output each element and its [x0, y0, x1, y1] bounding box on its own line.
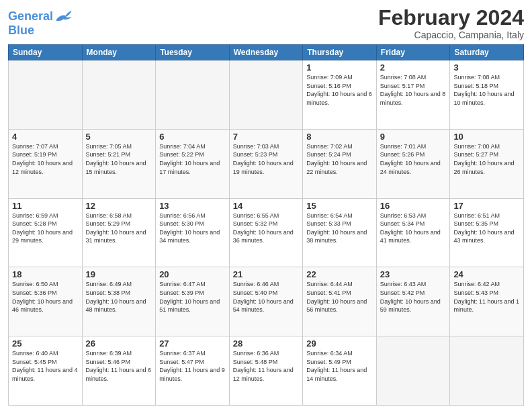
day-number: 8 — [306, 132, 373, 142]
day-number: 12 — [86, 201, 152, 211]
header-saturday: Saturday — [450, 45, 524, 60]
day-number: 17 — [453, 201, 520, 211]
calendar-cell: 10Sunrise: 7:00 AM Sunset: 5:27 PM Dayli… — [450, 129, 524, 198]
day-number: 7 — [233, 132, 300, 142]
day-number: 5 — [86, 132, 152, 142]
day-info: Sunrise: 6:53 AM Sunset: 5:34 PM Dayligh… — [380, 212, 447, 245]
day-number: 4 — [12, 132, 79, 142]
day-number: 3 — [453, 62, 520, 73]
logo: General Blue — [8, 9, 73, 38]
day-number: 2 — [380, 62, 447, 73]
day-info: Sunrise: 6:37 AM Sunset: 5:47 PM Dayligh… — [159, 349, 226, 383]
month-title: February 2024 — [378, 7, 524, 28]
day-number: 25 — [12, 338, 79, 349]
day-number: 18 — [12, 269, 79, 279]
day-info: Sunrise: 6:47 AM Sunset: 5:39 PM Dayligh… — [159, 280, 226, 314]
calendar-cell: 2Sunrise: 7:08 AM Sunset: 5:17 PM Daylig… — [376, 60, 450, 130]
day-info: Sunrise: 6:59 AM Sunset: 5:28 PM Dayligh… — [12, 212, 79, 245]
calendar-cell: 4Sunrise: 7:07 AM Sunset: 5:19 PM Daylig… — [9, 129, 83, 198]
calendar-cell: 15Sunrise: 6:54 AM Sunset: 5:33 PM Dayli… — [303, 198, 377, 267]
week-row-5: 25Sunrise: 6:40 AM Sunset: 5:45 PM Dayli… — [9, 336, 524, 406]
day-number: 10 — [453, 132, 520, 142]
calendar-table: Sunday Monday Tuesday Wednesday Thursday… — [8, 44, 524, 406]
calendar-cell — [229, 60, 303, 130]
logo-text-line1: General — [8, 10, 53, 24]
day-number: 29 — [306, 338, 373, 349]
day-info: Sunrise: 6:42 AM Sunset: 5:43 PM Dayligh… — [453, 280, 520, 314]
calendar-cell: 24Sunrise: 6:42 AM Sunset: 5:43 PM Dayli… — [450, 267, 524, 336]
day-number: 22 — [306, 269, 373, 279]
header-friday: Friday — [376, 45, 450, 60]
day-number: 1 — [306, 62, 373, 73]
calendar-cell: 12Sunrise: 6:58 AM Sunset: 5:29 PM Dayli… — [82, 198, 156, 267]
calendar-cell: 3Sunrise: 7:08 AM Sunset: 5:18 PM Daylig… — [450, 60, 524, 130]
day-info: Sunrise: 7:02 AM Sunset: 5:24 PM Dayligh… — [306, 142, 373, 176]
calendar-cell: 17Sunrise: 6:51 AM Sunset: 5:35 PM Dayli… — [450, 198, 524, 267]
day-number: 13 — [159, 201, 226, 211]
day-number: 23 — [380, 269, 447, 279]
day-info: Sunrise: 6:58 AM Sunset: 5:29 PM Dayligh… — [86, 212, 152, 245]
day-number: 9 — [380, 132, 447, 142]
calendar-cell: 26Sunrise: 6:39 AM Sunset: 5:46 PM Dayli… — [82, 336, 156, 406]
calendar-cell: 7Sunrise: 7:03 AM Sunset: 5:23 PM Daylig… — [229, 129, 303, 198]
day-info: Sunrise: 6:44 AM Sunset: 5:41 PM Dayligh… — [306, 280, 373, 314]
day-info: Sunrise: 6:36 AM Sunset: 5:48 PM Dayligh… — [233, 349, 300, 383]
calendar-cell: 5Sunrise: 7:05 AM Sunset: 5:21 PM Daylig… — [82, 129, 156, 198]
calendar-cell: 16Sunrise: 6:53 AM Sunset: 5:34 PM Dayli… — [376, 198, 450, 267]
day-info: Sunrise: 7:05 AM Sunset: 5:21 PM Dayligh… — [86, 142, 152, 176]
header-tuesday: Tuesday — [156, 45, 230, 60]
day-number: 19 — [86, 269, 152, 279]
day-number: 21 — [233, 269, 300, 279]
day-info: Sunrise: 6:54 AM Sunset: 5:33 PM Dayligh… — [306, 212, 373, 245]
calendar-cell: 29Sunrise: 6:34 AM Sunset: 5:49 PM Dayli… — [303, 336, 377, 406]
day-number: 15 — [306, 201, 373, 211]
location-subtitle: Capaccio, Campania, Italy — [378, 30, 524, 40]
day-number: 28 — [233, 338, 300, 349]
header-monday: Monday — [82, 45, 156, 60]
calendar-header-row: Sunday Monday Tuesday Wednesday Thursday… — [9, 45, 524, 60]
day-info: Sunrise: 7:00 AM Sunset: 5:27 PM Dayligh… — [453, 142, 520, 176]
day-info: Sunrise: 6:56 AM Sunset: 5:30 PM Dayligh… — [159, 212, 226, 245]
calendar-cell — [82, 60, 156, 130]
header-sunday: Sunday — [9, 45, 83, 60]
calendar-cell: 8Sunrise: 7:02 AM Sunset: 5:24 PM Daylig… — [303, 129, 377, 198]
calendar-cell: 18Sunrise: 6:50 AM Sunset: 5:36 PM Dayli… — [9, 267, 83, 336]
day-info: Sunrise: 6:49 AM Sunset: 5:38 PM Dayligh… — [86, 280, 152, 314]
day-info: Sunrise: 7:09 AM Sunset: 5:16 PM Dayligh… — [306, 73, 373, 107]
calendar-cell — [9, 60, 83, 130]
day-info: Sunrise: 7:03 AM Sunset: 5:23 PM Dayligh… — [233, 142, 300, 176]
calendar-cell: 19Sunrise: 6:49 AM Sunset: 5:38 PM Dayli… — [82, 267, 156, 336]
week-row-1: 1Sunrise: 7:09 AM Sunset: 5:16 PM Daylig… — [9, 60, 524, 130]
page-header: General Blue February 2024 Capaccio, Cam… — [8, 7, 524, 40]
logo-text-line2: Blue — [8, 24, 34, 37]
day-info: Sunrise: 6:46 AM Sunset: 5:40 PM Dayligh… — [233, 280, 300, 314]
calendar-cell: 13Sunrise: 6:56 AM Sunset: 5:30 PM Dayli… — [156, 198, 230, 267]
header-wednesday: Wednesday — [229, 45, 303, 60]
day-number: 27 — [159, 338, 226, 349]
calendar-cell: 22Sunrise: 6:44 AM Sunset: 5:41 PM Dayli… — [303, 267, 377, 336]
day-number: 20 — [159, 269, 226, 279]
title-block: February 2024 Capaccio, Campania, Italy — [378, 7, 524, 40]
logo-bird-icon — [54, 9, 73, 24]
calendar-cell — [450, 336, 524, 406]
day-number: 11 — [12, 201, 79, 211]
calendar-cell: 21Sunrise: 6:46 AM Sunset: 5:40 PM Dayli… — [229, 267, 303, 336]
calendar-cell: 6Sunrise: 7:04 AM Sunset: 5:22 PM Daylig… — [156, 129, 230, 198]
calendar-cell — [156, 60, 230, 130]
day-info: Sunrise: 7:01 AM Sunset: 5:26 PM Dayligh… — [380, 142, 447, 176]
calendar-cell: 1Sunrise: 7:09 AM Sunset: 5:16 PM Daylig… — [303, 60, 377, 130]
week-row-4: 18Sunrise: 6:50 AM Sunset: 5:36 PM Dayli… — [9, 267, 524, 336]
day-number: 24 — [453, 269, 520, 279]
day-info: Sunrise: 7:08 AM Sunset: 5:17 PM Dayligh… — [380, 73, 447, 107]
calendar-cell: 20Sunrise: 6:47 AM Sunset: 5:39 PM Dayli… — [156, 267, 230, 336]
week-row-2: 4Sunrise: 7:07 AM Sunset: 5:19 PM Daylig… — [9, 129, 524, 198]
calendar-cell: 14Sunrise: 6:55 AM Sunset: 5:32 PM Dayli… — [229, 198, 303, 267]
day-info: Sunrise: 6:40 AM Sunset: 5:45 PM Dayligh… — [12, 349, 79, 383]
page-container: General Blue February 2024 Capaccio, Cam… — [0, 0, 532, 411]
day-info: Sunrise: 6:51 AM Sunset: 5:35 PM Dayligh… — [453, 212, 520, 245]
calendar-cell — [376, 336, 450, 406]
calendar-cell: 27Sunrise: 6:37 AM Sunset: 5:47 PM Dayli… — [156, 336, 230, 406]
day-info: Sunrise: 6:55 AM Sunset: 5:32 PM Dayligh… — [233, 212, 300, 245]
calendar-cell: 9Sunrise: 7:01 AM Sunset: 5:26 PM Daylig… — [376, 129, 450, 198]
calendar-cell: 25Sunrise: 6:40 AM Sunset: 5:45 PM Dayli… — [9, 336, 83, 406]
